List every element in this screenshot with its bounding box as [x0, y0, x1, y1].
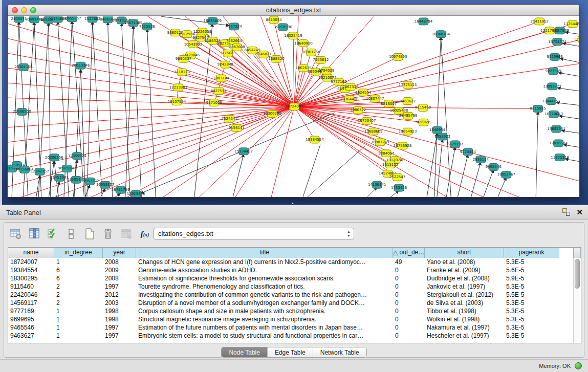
select-rows-icon[interactable]	[46, 227, 59, 240]
yellow-node[interactable]: 8813054	[266, 16, 282, 24]
yellow-node[interactable]: 7524541	[222, 115, 237, 122]
yellow-node[interactable]: 9699695	[416, 119, 431, 126]
teal-node[interactable]: 15692951	[547, 125, 565, 133]
column-header-year[interactable]: year	[103, 248, 136, 258]
table-row[interactable]: 977716911998Corpus callosum shape and si…	[8, 307, 581, 315]
teal-node[interactable]: 15134457	[234, 148, 253, 155]
table-row[interactable]: 911546021997Tourette syndrome. Phenomeno…	[8, 282, 581, 291]
teal-node[interactable]: 16210643	[545, 111, 563, 118]
column-header-in_degree[interactable]: in_degree	[54, 248, 103, 258]
yellow-node[interactable]: 2718120	[174, 69, 190, 76]
yellow-node[interactable]: 28495798	[399, 112, 418, 119]
yellow-node[interactable]: 1588520	[269, 55, 285, 62]
yellow-node[interactable]: 10974893	[389, 53, 407, 60]
yellow-node[interactable]: 10688609	[364, 128, 383, 135]
yellow-node[interactable]: 19384554	[306, 136, 324, 143]
teal-node[interactable]: 11675318	[551, 154, 569, 161]
float-window-icon[interactable]	[562, 208, 570, 216]
teal-node[interactable]: 1640954	[429, 126, 446, 134]
yellow-node[interactable]: 9884067	[378, 150, 394, 157]
teal-node[interactable]: 90975887	[58, 165, 76, 172]
yellow-node[interactable]: 18107554	[168, 98, 186, 105]
yellow-node[interactable]: 2522547	[389, 173, 405, 181]
column-header-name[interactable]: name	[8, 248, 54, 258]
teal-node[interactable]: 1527602	[84, 16, 100, 23]
yellow-node[interactable]: 16961758	[302, 49, 320, 56]
memory-status-icon[interactable]	[575, 362, 582, 369]
close-panel-icon[interactable]: ✕	[576, 208, 583, 216]
column-header-short[interactable]: short	[425, 248, 504, 258]
yellow-node[interactable]: 9171008	[206, 99, 222, 106]
teal-node[interactable]: 9227349	[546, 68, 561, 75]
table-row[interactable]: 969969511998Structural magnetic resonanc…	[8, 315, 581, 323]
yellow-node[interactable]: 9463627	[400, 98, 416, 105]
combo-stepper-icon[interactable]: ▲▼	[347, 230, 351, 238]
teal-node[interactable]: 16448794	[415, 18, 433, 25]
function-builder-icon[interactable]: f(x)	[138, 227, 151, 240]
yellow-node[interactable]: 19654923	[399, 128, 417, 135]
yellow-node[interactable]: 3624554	[355, 89, 372, 96]
yellow-node[interactable]: 12213383	[169, 84, 188, 91]
table-scrollbar-thumb[interactable]	[575, 259, 580, 289]
show-column-icon[interactable]	[28, 227, 41, 240]
teal-node[interactable]: 16958107	[96, 181, 115, 188]
table-row[interactable]: 2242004622012Investigating the contribut…	[8, 291, 581, 299]
teal-node[interactable]: 16033809	[204, 17, 222, 25]
yellow-node[interactable]: 7986372	[350, 107, 366, 114]
tab-edge-table[interactable]: Edge Table	[268, 347, 313, 357]
yellow-node[interactable]: 9115460	[415, 104, 431, 112]
yellow-node[interactable]: 17375115	[399, 81, 417, 89]
yellow-node[interactable]: 12544862	[574, 36, 579, 43]
table-row[interactable]: 1938455462009Genome-wide association stu…	[8, 266, 581, 274]
yellow-node[interactable]: 9777169	[331, 78, 346, 85]
table-row[interactable]: 1872400712008Changes of HCN gene express…	[8, 258, 581, 266]
yellow-node[interactable]: 7955812	[313, 56, 329, 63]
split-divider-handle[interactable]: ▴	[292, 202, 296, 204]
network-window[interactable]: citations_edges.txt 24055713069140690550…	[7, 4, 580, 198]
teal-node[interactable]: 2935114	[473, 156, 489, 163]
teal-node[interactable]: 18052467	[497, 171, 516, 178]
column-header-out_de[interactable]: △ out_de…	[393, 248, 425, 258]
teal-node[interactable]: 15751074	[548, 38, 567, 46]
teal-node[interactable]: 8215955	[530, 105, 546, 113]
tab-network-table[interactable]: Network Table	[313, 347, 366, 357]
teal-node[interactable]: 12093872	[543, 83, 561, 90]
yellow-node[interactable]: 18325419	[284, 32, 302, 39]
table-scrollbar[interactable]	[573, 258, 581, 343]
teal-node[interactable]: 2405571	[11, 16, 27, 23]
teal-node[interactable]: 1733426	[391, 184, 407, 191]
delete-table-icon[interactable]	[101, 227, 115, 240]
column-header-title[interactable]: title	[136, 248, 393, 258]
teal-node[interactable]: 9465546	[486, 164, 502, 171]
teal-node[interactable]: 12342757	[31, 168, 49, 175]
table-row[interactable]: 1456911722003Disruption of a novel membe…	[8, 299, 581, 307]
merge-columns-icon[interactable]	[64, 227, 78, 240]
teal-node[interactable]: 7957224	[226, 23, 243, 30]
table-select-combobox[interactable]: citations_edges.txt ▲▼	[154, 228, 354, 239]
teal-node[interactable]: 7515526	[139, 23, 155, 30]
tab-node-table[interactable]: Node Table	[222, 347, 268, 357]
teal-node[interactable]: 19218596	[274, 24, 292, 31]
teal-node[interactable]: 9474444	[460, 148, 476, 156]
teal-node[interactable]: 6679197	[447, 141, 463, 148]
teal-node[interactable]: 11451941	[50, 174, 69, 181]
yellow-node[interactable]: 6216007	[381, 100, 397, 107]
yellow-node[interactable]: 16720407	[358, 117, 376, 124]
yellow-node[interactable]: 16756928	[394, 142, 412, 149]
node-table[interactable]: namein_degreeyeartitle△ out_de…shortpage…	[8, 247, 581, 343]
table-settings-icon[interactable]	[9, 227, 23, 240]
teal-node[interactable]: 12444151	[542, 98, 560, 105]
teal-node[interactable]: 16048784	[432, 31, 450, 38]
teal-node[interactable]: 9329966	[547, 53, 563, 60]
new-table-icon[interactable]	[83, 227, 96, 240]
yellow-node[interactable]: 10807447	[366, 95, 384, 102]
yellow-node[interactable]: 21411952	[530, 18, 549, 25]
network-canvas-area[interactable]: 2405571306914069055019111546861065525715…	[8, 16, 579, 197]
table-row[interactable]: 946554611997Estimation of the future num…	[8, 323, 581, 332]
teal-node[interactable]: 10655257	[63, 16, 81, 22]
table-row[interactable]: 946362711997Embryonic stem cells: a mode…	[8, 332, 581, 340]
teal-node[interactable]: 14136141	[368, 181, 386, 188]
column-header-pagerank[interactable]: pagerank	[504, 248, 559, 258]
window-titlebar[interactable]: citations_edges.txt	[8, 5, 579, 16]
table-row[interactable]: 1830029562008Estimation of significance …	[8, 274, 581, 282]
